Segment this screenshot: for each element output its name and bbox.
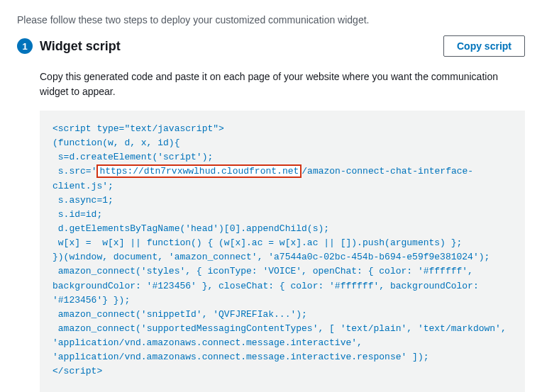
copy-script-button[interactable]: Copy script [443,35,525,57]
code-line: d.getElementsByTagName('head')[0].append… [52,223,329,234]
code-line: (function(w, d, x, id){ [52,138,179,148]
code-line: s.src= [52,166,92,177]
code-line: amazon_connect('styles', { iconType: 'VO… [52,266,485,305]
code-block: <script type="text/javascript"> (functio… [40,111,525,392]
step-number-badge: 1 [17,38,33,54]
highlighted-url: https://dtn7rvxwwlhud.cloudfront.net [96,164,302,178]
code-line: amazon_connect('supportedMessagingConten… [52,323,512,362]
code-line: })(window, document, 'amazon_connect', '… [52,252,490,262]
section-header: 1 Widget script Copy script [17,35,525,57]
code-line: </script> [52,366,102,376]
code-line: <script type="text/javascript"> [52,123,224,134]
section-description: Copy this generated code and paste it on… [40,69,525,99]
code-line: s=d.createElement('script'); [52,152,213,162]
code-line: s.async=1; [52,195,114,206]
intro-text: Please follow these two steps to deploy … [17,14,525,26]
code-line: s.id=id; [52,209,102,220]
section-title: Widget script [40,39,121,54]
title-group: 1 Widget script [17,38,121,54]
code-line: w[x] = w[x] || function() { (w[x].ac = w… [52,237,462,248]
code-line: amazon_connect('snippetId', 'QVFJREFIak.… [52,309,307,320]
